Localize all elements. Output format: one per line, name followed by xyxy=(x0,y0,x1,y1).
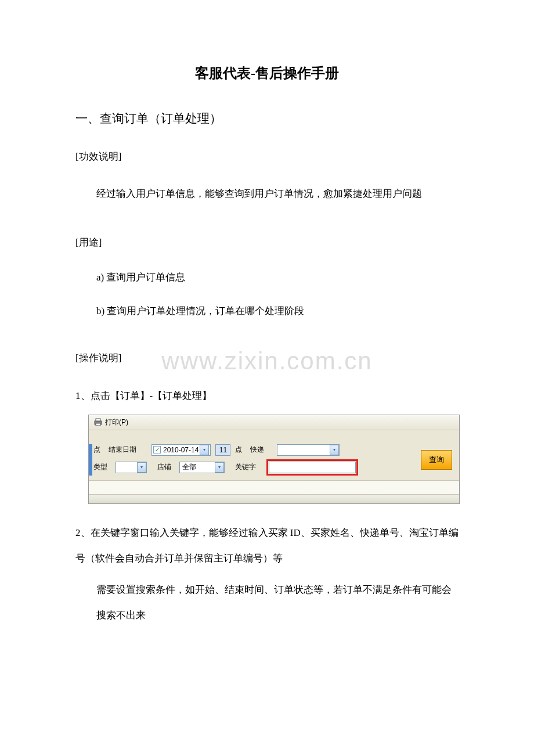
function-description: 经过输入用户订单信息，能够查询到用户订单情况，愈加紧捷处理用户问题 xyxy=(75,182,459,207)
chevron-down-icon[interactable]: ▾ xyxy=(200,445,209,455)
shop-label: 店铺 xyxy=(157,462,171,472)
usage-label: [用途] xyxy=(75,236,459,249)
date-checkbox[interactable]: ✓ xyxy=(153,446,161,453)
document-title: 客服代表-售后操作手册 xyxy=(75,64,459,82)
search-form: 点 结束日期 ✓ 2010-07-14 ▾ 11 点 快递 ▾ xyxy=(89,441,459,480)
function-label: [功效说明] xyxy=(75,150,459,163)
toolbar: 打印(P) xyxy=(89,415,459,430)
shop-value: 全部 xyxy=(180,462,215,472)
label-dian-2: 点 xyxy=(235,445,242,455)
document-page: 客服代表-售后操作手册 一、查询订单（订单处理） [功效说明] 经过输入用户订单… xyxy=(0,0,534,628)
panel-accent-bar xyxy=(89,444,92,476)
query-button[interactable]: 查询 xyxy=(421,450,452,470)
svg-rect-1 xyxy=(96,419,100,421)
operation-label: [操作说明] xyxy=(75,351,459,365)
express-select[interactable]: ▾ xyxy=(277,444,340,456)
end-date-label: 结束日期 xyxy=(109,445,136,455)
step-2-note: 需要设置搜索条件，如开始、结束时间、订单状态等，若订单不满足条件有可能会搜索不出… xyxy=(75,577,459,628)
print-button[interactable]: 打印(P) xyxy=(105,417,128,427)
end-date-picker[interactable]: ✓ 2010-07-14 ▾ xyxy=(151,444,211,456)
step-2: 2、在关键字窗口输入关键字，能够经过输入买家 ID、买家姓名、快递单号、淘宝订单… xyxy=(75,520,459,571)
label-dian-1: 点 xyxy=(93,445,100,455)
toolbar-spacer xyxy=(89,430,459,441)
chevron-down-icon[interactable]: ▾ xyxy=(215,462,224,473)
usage-item-a: a) 查询用户订单信息 xyxy=(75,268,459,287)
type-label: 类型 xyxy=(93,462,107,472)
app-screenshot: 打印(P) 点 结束日期 ✓ 2010-07-14 ▾ 11 点 快递 xyxy=(88,415,460,504)
chevron-down-icon[interactable]: ▾ xyxy=(330,445,339,455)
horizontal-scrollbar[interactable] xyxy=(89,494,459,503)
shop-select[interactable]: 全部 ▾ xyxy=(179,462,225,473)
form-row-2: 类型 ▾ 店铺 全部 ▾ 关键字 xyxy=(93,459,421,476)
results-panel xyxy=(89,480,459,503)
hour-field[interactable]: 11 xyxy=(215,444,230,456)
printer-icon xyxy=(93,418,103,426)
section-heading: 一、查询订单（订单处理） xyxy=(75,110,459,127)
keyword-highlight-box xyxy=(266,459,358,476)
step-1: 1、点击【订单】-【订单处理】 xyxy=(75,383,459,409)
svg-rect-2 xyxy=(96,423,100,426)
express-label: 快递 xyxy=(250,445,264,455)
type-select[interactable]: ▾ xyxy=(116,462,147,473)
usage-item-b: b) 查询用户订单处理情况，订单在哪个处理阶段 xyxy=(75,301,459,321)
keyword-input[interactable] xyxy=(269,462,356,473)
keyword-label: 关键字 xyxy=(235,462,256,472)
chevron-down-icon[interactable]: ▾ xyxy=(137,462,146,473)
date-value: 2010-07-14 xyxy=(162,446,200,454)
form-row-1: 点 结束日期 ✓ 2010-07-14 ▾ 11 点 快递 ▾ xyxy=(93,444,421,456)
